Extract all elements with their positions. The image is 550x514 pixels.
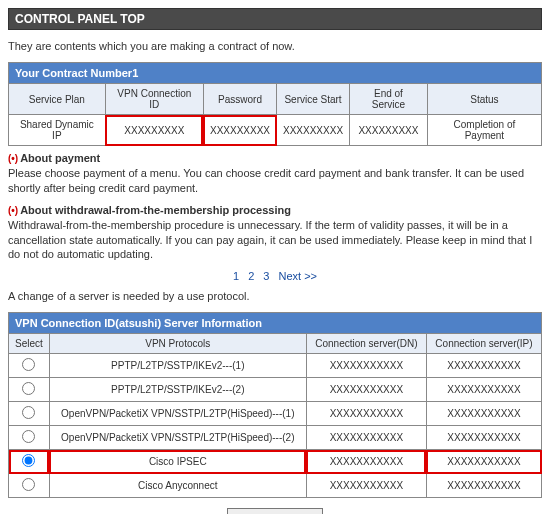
note-payment-head: About payment xyxy=(8,152,542,164)
dn-cell: XXXXXXXXXXX xyxy=(306,474,426,498)
intro-text: They are contents which you are making a… xyxy=(8,40,542,52)
proto-cell: Cisco IPSEC xyxy=(49,450,306,474)
col-end: End of Service xyxy=(350,84,428,115)
col-status: Status xyxy=(427,84,541,115)
cell-vpnid: XXXXXXXXX xyxy=(105,115,203,146)
ip-cell: XXXXXXXXXXX xyxy=(426,354,541,378)
server-change-button[interactable]: Server Change xyxy=(227,508,323,514)
col-select: Select xyxy=(9,334,50,354)
dn-cell: XXXXXXXXXXX xyxy=(306,450,426,474)
select-radio[interactable] xyxy=(22,406,35,419)
proto-cell: PPTP/L2TP/SSTP/IKEv2---(1) xyxy=(49,354,306,378)
pager: 1 2 3 Next >> xyxy=(8,270,542,282)
col-password: Password xyxy=(203,84,276,115)
proto-cell: Cisco Anyconnect xyxy=(49,474,306,498)
server-row: Cisco IPSECXXXXXXXXXXXXXXXXXXXXXX xyxy=(9,450,542,474)
page-title: CONTROL PANEL TOP xyxy=(8,8,542,30)
select-radio[interactable] xyxy=(22,430,35,443)
server-row: OpenVPN/PacketiX VPN/SSTP/L2TP(HiSpeed)-… xyxy=(9,402,542,426)
ip-cell: XXXXXXXXXXX xyxy=(426,378,541,402)
contract-row: Shared Dynamic IP XXXXXXXXX XXXXXXXXX XX… xyxy=(9,115,542,146)
col-start: Service Start xyxy=(277,84,350,115)
cell-status: Completion of Payment xyxy=(427,115,541,146)
select-cell xyxy=(9,378,50,402)
proto-cell: OpenVPN/PacketiX VPN/SSTP/L2TP(HiSpeed)-… xyxy=(49,402,306,426)
cell-password: XXXXXXXXX xyxy=(203,115,276,146)
select-radio[interactable] xyxy=(22,358,35,371)
col-plan: Service Plan xyxy=(9,84,106,115)
dn-cell: XXXXXXXXXXX xyxy=(306,402,426,426)
page-1-link[interactable]: 1 xyxy=(233,270,239,282)
page-next-link[interactable]: Next >> xyxy=(279,270,318,282)
cell-start: XXXXXXXXX xyxy=(277,115,350,146)
select-radio[interactable] xyxy=(22,454,35,467)
select-cell xyxy=(9,474,50,498)
proto-cell: PPTP/L2TP/SSTP/IKEv2---(2) xyxy=(49,378,306,402)
ip-cell: XXXXXXXXXXX xyxy=(426,402,541,426)
cell-end: XXXXXXXXX xyxy=(350,115,428,146)
select-radio[interactable] xyxy=(22,382,35,395)
proto-cell: OpenVPN/PacketiX VPN/SSTP/L2TP(HiSpeed)-… xyxy=(49,426,306,450)
dn-cell: XXXXXXXXXXX xyxy=(306,378,426,402)
ip-cell: XXXXXXXXXXX xyxy=(426,450,541,474)
note-withdraw-head: About withdrawal-from-the-membership pro… xyxy=(8,204,542,216)
page-3-link[interactable]: 3 xyxy=(263,270,269,282)
select-cell xyxy=(9,450,50,474)
server-row: Cisco AnyconnectXXXXXXXXXXXXXXXXXXXXXX xyxy=(9,474,542,498)
ip-cell: XXXXXXXXXXX xyxy=(426,426,541,450)
protocol-note: A change of a server is needed by a use … xyxy=(8,290,542,302)
select-cell xyxy=(9,354,50,378)
select-radio[interactable] xyxy=(22,478,35,491)
server-row: PPTP/L2TP/SSTP/IKEv2---(2)XXXXXXXXXXXXXX… xyxy=(9,378,542,402)
dn-cell: XXXXXXXXXXX xyxy=(306,354,426,378)
contract-table: Your Contract Number1 Service Plan VPN C… xyxy=(8,62,542,146)
select-cell xyxy=(9,426,50,450)
note-payment-body: Please choose payment of a menu. You can… xyxy=(8,166,542,196)
server-row: PPTP/L2TP/SSTP/IKEv2---(1)XXXXXXXXXXXXXX… xyxy=(9,354,542,378)
note-withdraw-body: Withdrawal-from-the-membership procedure… xyxy=(8,218,542,263)
page-2-link[interactable]: 2 xyxy=(248,270,254,282)
dn-cell: XXXXXXXXXXX xyxy=(306,426,426,450)
col-vpnid: VPN Connection ID xyxy=(105,84,203,115)
col-proto: VPN Protocols xyxy=(49,334,306,354)
server-table: VPN Connection ID(atsushi) Server Inform… xyxy=(8,312,542,498)
server-header: VPN Connection ID(atsushi) Server Inform… xyxy=(9,313,542,334)
cell-plan: Shared Dynamic IP xyxy=(9,115,106,146)
col-dn: Connection server(DN) xyxy=(306,334,426,354)
select-cell xyxy=(9,402,50,426)
ip-cell: XXXXXXXXXXX xyxy=(426,474,541,498)
col-ip: Connection server(IP) xyxy=(426,334,541,354)
contract-header: Your Contract Number1 xyxy=(9,63,542,84)
server-row: OpenVPN/PacketiX VPN/SSTP/L2TP(HiSpeed)-… xyxy=(9,426,542,450)
